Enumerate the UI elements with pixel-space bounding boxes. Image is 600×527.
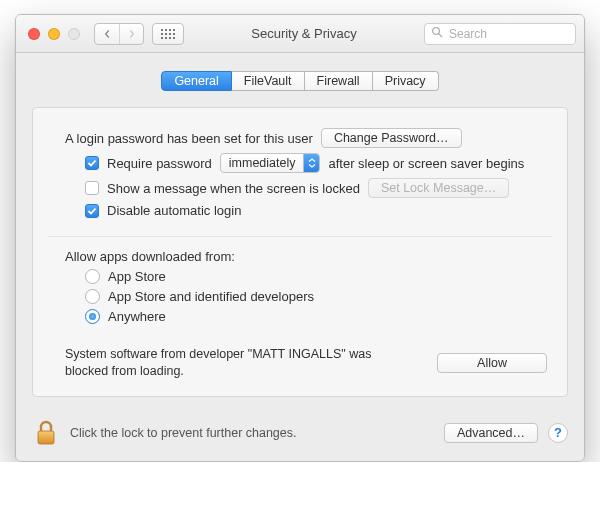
require-password-delay-value: immediately [221, 156, 304, 170]
radio-appstore-label: App Store [108, 269, 166, 284]
disable-autologin-checkbox[interactable] [85, 204, 99, 218]
window-controls [28, 28, 80, 40]
change-password-button[interactable]: Change Password… [321, 128, 462, 148]
allow-blocked-button[interactable]: Allow [437, 353, 547, 373]
require-password-after-label: after sleep or screen saver begins [328, 156, 524, 171]
blocked-software-message: System software from developer "MATT ING… [65, 346, 417, 380]
svg-rect-2 [169, 29, 171, 31]
svg-rect-10 [169, 37, 171, 39]
svg-rect-5 [165, 33, 167, 35]
select-stepper-icon [303, 154, 319, 172]
preferences-window: Security & Privacy General FileVault Fir… [15, 14, 585, 462]
svg-rect-3 [173, 29, 175, 31]
tab-general[interactable]: General [161, 71, 231, 91]
svg-rect-1 [165, 29, 167, 31]
zoom-window-button[interactable] [68, 28, 80, 40]
radio-identified[interactable] [85, 289, 100, 304]
svg-rect-4 [161, 33, 163, 35]
divider [48, 236, 552, 237]
show-lock-message-checkbox[interactable] [85, 181, 99, 195]
svg-rect-8 [161, 37, 163, 39]
svg-point-12 [433, 28, 440, 35]
close-window-button[interactable] [28, 28, 40, 40]
require-password-checkbox[interactable] [85, 156, 99, 170]
search-input[interactable] [447, 26, 569, 42]
radio-anywhere[interactable] [85, 309, 100, 324]
require-password-label: Require password [107, 156, 212, 171]
require-password-delay-select[interactable]: immediately [220, 153, 321, 173]
tab-filevault[interactable]: FileVault [232, 71, 305, 91]
radio-identified-label: App Store and identified developers [108, 289, 314, 304]
forward-button[interactable] [119, 24, 143, 44]
svg-rect-0 [161, 29, 163, 31]
general-panel: A login password has been set for this u… [32, 107, 568, 397]
show-all-button[interactable] [152, 23, 184, 45]
footer: Click the lock to prevent further change… [16, 411, 584, 461]
window-title: Security & Privacy [192, 26, 416, 41]
allow-apps-heading: Allow apps downloaded from: [65, 249, 235, 264]
svg-rect-6 [169, 33, 171, 35]
svg-rect-7 [173, 33, 175, 35]
radio-appstore[interactable] [85, 269, 100, 284]
back-button[interactable] [95, 24, 119, 44]
minimize-window-button[interactable] [48, 28, 60, 40]
disable-autologin-label: Disable automatic login [107, 203, 241, 218]
show-lock-message-label: Show a message when the screen is locked [107, 181, 360, 196]
svg-rect-11 [173, 37, 175, 39]
help-button[interactable]: ? [548, 423, 568, 443]
tab-firewall[interactable]: Firewall [305, 71, 373, 91]
titlebar: Security & Privacy [16, 15, 584, 53]
svg-line-13 [439, 34, 442, 37]
radio-anywhere-label: Anywhere [108, 309, 166, 324]
set-lock-message-button: Set Lock Message… [368, 178, 509, 198]
nav-back-forward [94, 23, 144, 45]
search-field-wrap[interactable] [424, 23, 576, 45]
advanced-button[interactable]: Advanced… [444, 423, 538, 443]
svg-rect-14 [38, 431, 54, 444]
search-icon [431, 26, 443, 41]
lock-icon[interactable] [32, 419, 60, 447]
tab-privacy[interactable]: Privacy [373, 71, 439, 91]
lock-hint-text: Click the lock to prevent further change… [70, 426, 434, 440]
tab-bar: General FileVault Firewall Privacy [16, 71, 584, 91]
svg-rect-9 [165, 37, 167, 39]
login-password-set-label: A login password has been set for this u… [65, 131, 313, 146]
